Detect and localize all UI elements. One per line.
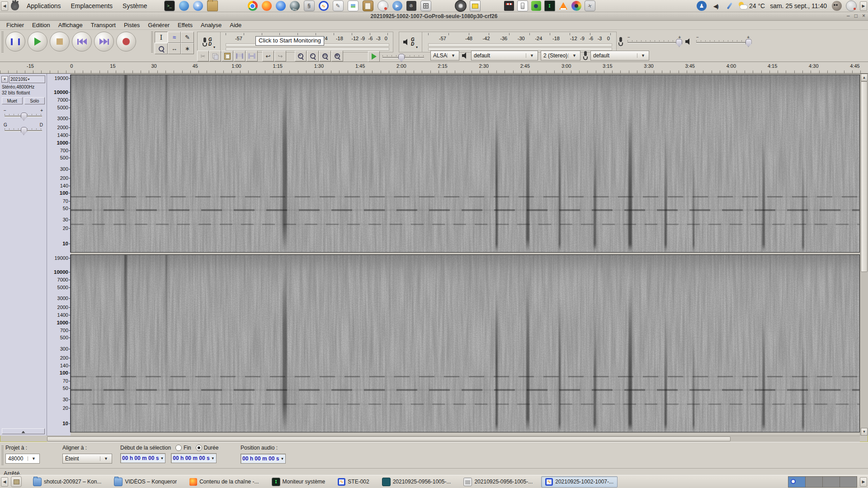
messenger-icon[interactable]: [531, 1, 541, 11]
skip-to-start-button[interactable]: [72, 32, 92, 52]
thunderbird-icon[interactable]: [179, 1, 189, 11]
panel-menu-item[interactable]: Applications: [23, 1, 65, 11]
menu-item[interactable]: Affichage: [55, 21, 86, 29]
volume-icon[interactable]: [711, 1, 721, 11]
playback-meter[interactable]: G D ▾ -57-48-42-36-30-24-18-12-9-6-30: [399, 32, 617, 52]
silence-audio-button[interactable]: [246, 51, 258, 61]
titlebar[interactable]: 20210925-1002-1007-GoPro8-seule-1080p30-…: [0, 12, 868, 21]
display-settings-icon[interactable]: [470, 0, 481, 11]
libreoffice-icon[interactable]: [348, 0, 359, 11]
meter-dropdown-icon[interactable]: ▾: [213, 45, 215, 49]
google-earth-icon[interactable]: [290, 1, 300, 11]
workspace-cell[interactable]: [823, 477, 840, 487]
color-wheel-icon[interactable]: [571, 1, 581, 11]
vertical-scrollbar-thumb[interactable]: [861, 81, 868, 272]
pause-button[interactable]: [5, 32, 25, 52]
toolbar-grip[interactable]: [1, 445, 4, 465]
menu-item[interactable]: Fichier: [3, 21, 28, 29]
taskbar-window-button[interactable]: VIDÉOS – Konqueror: [110, 476, 181, 488]
workspace-cell[interactable]: [840, 477, 857, 487]
spectrogram-right-channel[interactable]: [71, 254, 860, 432]
chromium-icon[interactable]: [276, 1, 286, 11]
track-close-button[interactable]: ×: [1, 76, 8, 83]
minimize-button[interactable]: –: [847, 12, 850, 20]
recording-channels-dropdown[interactable]: 2 (Stereo)▼: [541, 51, 580, 61]
panel-hide-left-button[interactable]: ◀: [1, 1, 8, 11]
monitoring-tooltip[interactable]: Click to Start Monitoring: [255, 36, 324, 46]
fit-selection-button[interactable]: ▭: [319, 51, 331, 61]
snap-to-dropdown[interactable]: Éteint▼: [62, 454, 112, 464]
record-button[interactable]: [116, 32, 136, 52]
workspace-cell[interactable]: [806, 477, 823, 487]
audacity-icon[interactable]: [319, 1, 329, 11]
menu-item[interactable]: Edition: [28, 21, 54, 29]
menu-item[interactable]: Générer: [144, 21, 173, 29]
workspace-cell[interactable]: [788, 477, 806, 487]
track-name-dropdown[interactable]: 20210925-1 ▼: [9, 75, 45, 83]
utilities-icon[interactable]: [585, 0, 595, 11]
recording-device-dropdown[interactable]: default▼: [590, 51, 649, 61]
selection-duration-radio[interactable]: Durée: [196, 445, 219, 451]
playback-meter-header[interactable]: G D ▾: [399, 32, 422, 52]
calculator-icon[interactable]: [420, 0, 431, 11]
slider-thumb[interactable]: [21, 127, 27, 135]
playback-volume-slider[interactable]: − +: [696, 36, 750, 47]
menu-item[interactable]: Effets: [174, 21, 196, 29]
slider-thumb[interactable]: [676, 39, 682, 47]
frequency-ruler-right-channel[interactable]: 1900010000700050003000200014001000700500…: [47, 254, 71, 432]
undo-button[interactable]: ↩: [262, 51, 274, 61]
gimp-icon[interactable]: [832, 1, 842, 11]
film-editor-icon[interactable]: [406, 1, 416, 11]
horizontal-scrollbar-thumb[interactable]: [47, 436, 731, 441]
gnome-foot-icon[interactable]: [11, 1, 19, 10]
playback-speed-slider[interactable]: [382, 51, 424, 62]
slider-thumb[interactable]: [745, 39, 752, 47]
zoom-out-button[interactable]: −: [307, 51, 319, 61]
zoom-tool-button[interactable]: [155, 43, 168, 54]
slider-thumb[interactable]: [398, 54, 405, 62]
vlc-icon[interactable]: [558, 1, 568, 11]
draw-tool-button[interactable]: ✎: [181, 32, 194, 43]
clock[interactable]: sam. 25 sept., 11:40: [768, 2, 829, 9]
toggle-switch-icon[interactable]: [517, 0, 528, 11]
track-control-panel[interactable]: × 20210925-1 ▼ Stéréo,48000Hz 32 bits fl…: [0, 74, 47, 436]
multi-tool-button[interactable]: ∗: [181, 43, 194, 54]
taskbar-window-button[interactable]: Moniteur système: [268, 476, 330, 488]
taskbar-hide-right-button[interactable]: ▶: [860, 477, 867, 487]
stylus-icon[interactable]: [725, 1, 735, 11]
toolbar-grip[interactable]: [151, 32, 153, 52]
maximize-button[interactable]: □: [854, 12, 858, 20]
video-editor-icon[interactable]: [304, 0, 315, 11]
menu-item[interactable]: Pistes: [120, 21, 143, 29]
panel-hide-right-button[interactable]: ▶: [860, 1, 867, 11]
play-at-speed-button[interactable]: [368, 51, 380, 62]
menu-item[interactable]: Analyse: [197, 21, 225, 29]
solo-button[interactable]: Solo: [24, 97, 45, 104]
vertical-scrollbar[interactable]: ▲ ▼: [860, 74, 868, 436]
selection-end-radio[interactable]: Fin: [175, 445, 191, 451]
taskbar-window-button[interactable]: 20210925-0956-1005-...: [378, 476, 455, 488]
skip-to-end-button[interactable]: [94, 32, 114, 52]
gain-slider[interactable]: − +: [5, 108, 42, 120]
taskbar-window-button[interactable]: 20210925-0956-1005-...: [459, 476, 537, 488]
horizontal-scrollbar[interactable]: [47, 436, 860, 442]
playback-device-dropdown[interactable]: default▼: [471, 51, 538, 61]
mute-button[interactable]: Muet: [2, 97, 23, 104]
clipboard-icon[interactable]: [363, 0, 373, 11]
panel-menu-item[interactable]: Emplacements: [67, 1, 117, 11]
meter-dropdown-icon[interactable]: ▾: [416, 45, 418, 49]
zoom-in-button[interactable]: +: [295, 51, 307, 61]
audio-position-time-field[interactable]: 00 h 00 m 00 s ▼: [241, 454, 286, 464]
media-player-icon[interactable]: [392, 1, 402, 11]
scroll-up-icon[interactable]: ▲: [861, 74, 868, 81]
selection-tool-button[interactable]: I: [155, 32, 168, 43]
audio-host-dropdown[interactable]: ALSA▼: [430, 51, 459, 61]
close-button[interactable]: ×: [862, 12, 865, 20]
timeline-ruler[interactable]: -1501530451:001:151:301:452:002:152:302:…: [0, 62, 868, 74]
system-monitor-icon[interactable]: [544, 0, 555, 11]
panel-menu-item[interactable]: Système: [118, 1, 151, 11]
menu-item[interactable]: Transport: [87, 21, 119, 29]
taskbar-window-button[interactable]: 20210925-1002-1007-...: [541, 476, 618, 488]
film-clapper-icon[interactable]: [504, 1, 514, 11]
spectrogram-left-channel[interactable]: [71, 75, 860, 253]
